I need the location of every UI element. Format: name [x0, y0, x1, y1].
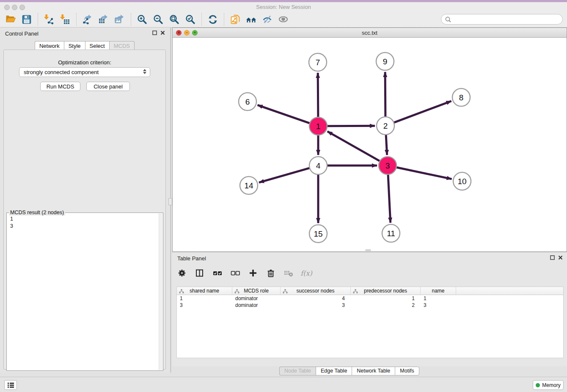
graph-edge-1-6[interactable]: [258, 105, 310, 123]
table-cell[interactable]: 3: [421, 302, 456, 309]
clone-network-button[interactable]: [227, 12, 243, 27]
task-history-button[interactable]: [4, 380, 17, 390]
tab-motifs[interactable]: Motifs: [395, 367, 419, 375]
tab-network-table[interactable]: Network Table: [352, 367, 395, 375]
save-session-button[interactable]: [19, 12, 35, 27]
table-row[interactable]: 1dominator411: [177, 295, 563, 302]
graph-edge-1-2[interactable]: [327, 126, 375, 126]
graph-node-10[interactable]: 10: [453, 172, 471, 190]
table-cell[interactable]: 3: [177, 302, 232, 309]
zoom-fit-button[interactable]: [166, 12, 182, 27]
tab-edge-table[interactable]: Edge Table: [316, 367, 352, 375]
table-cell[interactable]: 1: [351, 295, 421, 302]
graph-node-9[interactable]: 9: [376, 52, 394, 70]
apply-layout-button[interactable]: [205, 12, 221, 27]
import-table-button[interactable]: [57, 12, 73, 27]
table-cell[interactable]: dominator: [232, 302, 281, 309]
export-table-button[interactable]: [96, 12, 112, 27]
table-cell[interactable]: 2: [351, 302, 421, 309]
graph-edge-1-7[interactable]: [318, 73, 318, 117]
graph-edge-3-1[interactable]: [328, 131, 380, 161]
toggle-panel-button[interactable]: [194, 268, 205, 279]
graph-node-2[interactable]: 2: [377, 117, 394, 135]
panel-divider-grip[interactable]: [168, 198, 172, 205]
table-row[interactable]: 3dominator323: [177, 302, 563, 309]
float-table-panel-icon[interactable]: [550, 255, 555, 260]
graph-edge-2-9[interactable]: [385, 72, 385, 117]
column-header-successor-nodes[interactable]: successor nodes: [281, 287, 351, 295]
column-header-name[interactable]: name: [421, 287, 456, 295]
column-header-predecessor-nodes[interactable]: predecessor nodes: [351, 287, 421, 295]
table-toolbar: f(x): [176, 264, 312, 282]
zoom-in-button[interactable]: [134, 12, 150, 27]
graph-node-15[interactable]: 15: [309, 225, 327, 243]
search-field[interactable]: [441, 14, 563, 25]
delete-column-button[interactable]: [265, 268, 276, 279]
column-type-icon: [234, 289, 239, 294]
toolbar-separator: [76, 13, 77, 26]
export-image-button[interactable]: [112, 12, 128, 27]
show-all-button[interactable]: [275, 12, 292, 27]
column-header-MCDS-role[interactable]: MCDS role: [232, 287, 281, 295]
search-input[interactable]: [451, 17, 553, 22]
graph-node-14[interactable]: 14: [240, 177, 258, 194]
column-header-shared-name[interactable]: shared name: [177, 287, 232, 295]
hide-selected-button[interactable]: [259, 12, 275, 27]
tab-node-table[interactable]: Node Table: [279, 367, 316, 375]
graph-node-6[interactable]: 6: [239, 93, 256, 110]
table-panel-title: Table Panel: [177, 255, 206, 262]
add-column-button[interactable]: [248, 268, 259, 279]
close-table-panel-icon[interactable]: [558, 255, 563, 260]
network-window-titlebar[interactable]: ✕ − + scc.txt: [173, 28, 567, 38]
save-session-icon: [21, 14, 32, 25]
graph-node-8[interactable]: 8: [452, 88, 470, 106]
column-settings-gear-button[interactable]: [176, 268, 187, 279]
optimization-criterion-select[interactable]: strongly connected component: [19, 67, 150, 77]
table-panel: Table Panel f(x) shared nameMCDS rolesuc…: [172, 252, 567, 366]
table-cell[interactable]: 4: [281, 295, 351, 302]
node-label: 6: [245, 97, 250, 106]
graph-node-4[interactable]: 4: [309, 157, 327, 174]
zoom-out-button[interactable]: [150, 12, 166, 27]
graph-node-7[interactable]: 7: [309, 53, 327, 71]
column-header-label: shared name: [190, 288, 219, 294]
network-view-title: scc.txt: [173, 30, 567, 36]
export-network-icon: [82, 14, 93, 25]
control-panel-title: Control Panel: [5, 30, 39, 37]
graph-edge-2-3[interactable]: [386, 135, 387, 155]
float-panel-icon[interactable]: [152, 30, 157, 35]
run-mcds-button[interactable]: Run MCDS: [40, 82, 80, 91]
memory-button[interactable]: Memory: [533, 380, 564, 390]
first-neighbors-button[interactable]: [243, 12, 259, 27]
graph-edge-4-14[interactable]: [259, 168, 310, 182]
zoom-selected-button[interactable]: [182, 12, 198, 27]
table-cell[interactable]: 1: [421, 295, 456, 302]
close-panel-icon[interactable]: [160, 30, 165, 35]
graph-node-11[interactable]: 11: [382, 224, 400, 242]
main-titlebar: Session: New Session: [0, 2, 567, 11]
graph-edge-2-8[interactable]: [394, 101, 451, 123]
table-cell[interactable]: 1: [177, 295, 232, 302]
graph-node-1[interactable]: 1: [309, 117, 327, 135]
table-cell[interactable]: 3: [281, 302, 351, 309]
graph-node-3[interactable]: 3: [379, 157, 396, 174]
column-header-label: successor nodes: [296, 288, 334, 294]
open-session-button[interactable]: [3, 12, 19, 27]
select-all-button[interactable]: [212, 268, 223, 279]
table-cell[interactable]: dominator: [232, 295, 281, 302]
mcds-result-list[interactable]: 1 3: [7, 213, 163, 232]
memory-label: Memory: [542, 382, 560, 388]
network-canvas[interactable]: 1234678910111415: [173, 38, 567, 251]
graph-edge-3-10[interactable]: [396, 167, 452, 179]
result-scrollbar[interactable]: [159, 213, 162, 370]
table-header-row: shared nameMCDS rolesuccessor nodesprede…: [177, 287, 563, 295]
clone-network-icon: [230, 14, 241, 25]
export-network-button[interactable]: [80, 12, 96, 27]
deselect-all-button[interactable]: [230, 268, 241, 279]
close-panel-button[interactable]: Close panel: [86, 82, 130, 91]
import-network-button[interactable]: [41, 12, 57, 27]
export-image-icon: [114, 14, 125, 25]
graph-edge-3-11[interactable]: [388, 174, 391, 223]
canvas-scroll-grip[interactable]: [365, 249, 371, 251]
network-view-window: ✕ − + scc.txt 1234678910111415: [172, 28, 567, 252]
